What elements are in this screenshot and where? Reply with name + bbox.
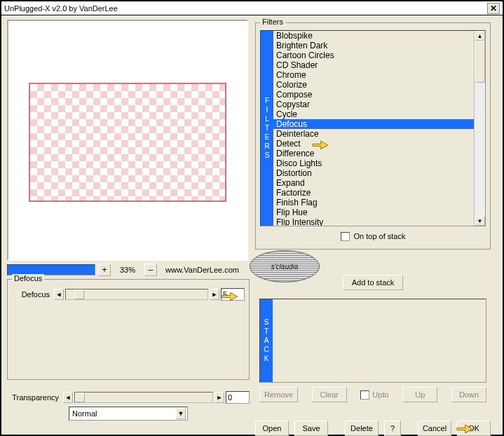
preview-image <box>29 83 226 202</box>
upto-checkbox[interactable] <box>360 390 369 400</box>
ok-button[interactable]: OK <box>457 421 491 436</box>
upto-label: Upto <box>372 390 388 399</box>
open-button[interactable]: Open <box>255 421 289 436</box>
filters-vertical-label: FILTERS <box>261 31 273 226</box>
zoom-in-button[interactable]: + <box>98 264 111 276</box>
filters-group: Filters FILTERS BlobspikeBrighten DarkCa… <box>255 22 491 250</box>
list-item[interactable]: CD Shader <box>273 60 474 70</box>
zoom-percent: 33% <box>114 266 142 274</box>
delete-button[interactable]: Delete <box>345 421 379 436</box>
close-button[interactable]: ✕ <box>487 3 500 14</box>
list-item[interactable]: Flip Hue <box>273 207 474 217</box>
list-item[interactable]: Expand <box>273 178 474 188</box>
clear-button[interactable]: Clear <box>312 387 347 402</box>
zoom-out-button[interactable]: – <box>144 264 157 276</box>
defocus-decrease-button[interactable]: ◄ <box>54 289 64 300</box>
add-to-stack-button[interactable]: Add to stack <box>343 275 403 290</box>
defocus-group: Defocus Defocus ◄ ► <box>7 279 250 380</box>
logo-badge: s'claudia <box>250 250 320 282</box>
stack-group: STACK Remove Clear Upto Up Down <box>255 299 491 414</box>
blend-mode-value: Normal <box>72 409 97 418</box>
list-item[interactable]: Disco Lights <box>273 158 474 168</box>
list-item[interactable]: Distortion <box>273 168 474 178</box>
defocus-increase-button[interactable]: ► <box>210 289 219 300</box>
list-item[interactable]: Colorize <box>273 80 474 90</box>
defocus-label: Defocus <box>12 290 53 299</box>
on-top-label: On top of stack <box>354 232 406 240</box>
filters-list[interactable]: BlobspikeBrighten DarkCartoon CirclesCD … <box>273 31 474 226</box>
scrollbar-thumb[interactable] <box>475 41 485 83</box>
list-item[interactable]: Difference <box>273 149 474 158</box>
blend-mode-combo[interactable]: Normal ▼ <box>69 407 188 421</box>
titlebar: UnPlugged-X v2.0 by VanDerLee ✕ <box>1 1 503 15</box>
preview-panel <box>7 20 248 261</box>
transparency-decrease-button[interactable]: ◄ <box>63 392 73 403</box>
remove-button[interactable]: Remove <box>259 387 298 402</box>
transparency-label: Transparency <box>7 393 62 402</box>
list-item[interactable]: Flip Intensity <box>273 217 474 226</box>
transparency-value-input[interactable] <box>226 391 250 404</box>
website-link[interactable]: www.VanDerLee.com <box>165 266 239 274</box>
help-button[interactable]: ? <box>384 421 401 436</box>
stack-list[interactable] <box>273 299 486 382</box>
list-item[interactable]: Deinterlace <box>273 129 474 139</box>
list-item[interactable]: Brighten Dark <box>273 41 474 50</box>
transparency-slider[interactable] <box>74 392 213 403</box>
list-item[interactable]: Copystar <box>273 100 474 109</box>
list-item[interactable]: Cycle <box>273 109 474 119</box>
cancel-button[interactable]: Cancel <box>418 421 451 436</box>
list-item[interactable]: Defocus <box>273 119 474 129</box>
save-button[interactable]: Save <box>294 421 328 436</box>
list-item[interactable]: Detect <box>273 139 474 149</box>
window-title: UnPlugged-X v2.0 by VanDerLee <box>4 4 487 13</box>
list-item[interactable]: Factorize <box>273 188 474 198</box>
scrollbar-down-button[interactable]: ▼ <box>475 216 485 226</box>
down-button[interactable]: Down <box>451 387 486 402</box>
filters-group-title: Filters <box>260 18 285 26</box>
filters-scrollbar[interactable]: ▲ ▼ <box>474 31 485 226</box>
list-item[interactable]: Blobspike <box>273 31 474 41</box>
scrollbar-up-button[interactable]: ▲ <box>475 31 485 41</box>
list-item[interactable]: Cartoon Circles <box>273 50 474 60</box>
list-item[interactable]: Chrome <box>273 70 474 80</box>
defocus-group-title: Defocus <box>12 274 44 282</box>
list-item[interactable]: Compose <box>273 90 474 100</box>
chevron-down-icon: ▼ <box>176 408 186 419</box>
on-top-checkbox[interactable] <box>341 232 350 241</box>
defocus-value-input[interactable] <box>221 288 245 301</box>
app-window: UnPlugged-X v2.0 by VanDerLee ✕ + 33% – … <box>0 0 504 436</box>
up-button[interactable]: Up <box>402 387 437 402</box>
defocus-slider[interactable] <box>65 289 208 300</box>
list-item[interactable]: Finish Flag <box>273 198 474 207</box>
transparency-slider-thumb[interactable] <box>75 393 85 402</box>
stack-vertical-label: STACK <box>260 299 273 382</box>
defocus-slider-thumb[interactable] <box>74 289 84 299</box>
transparency-increase-button[interactable]: ► <box>214 392 224 403</box>
